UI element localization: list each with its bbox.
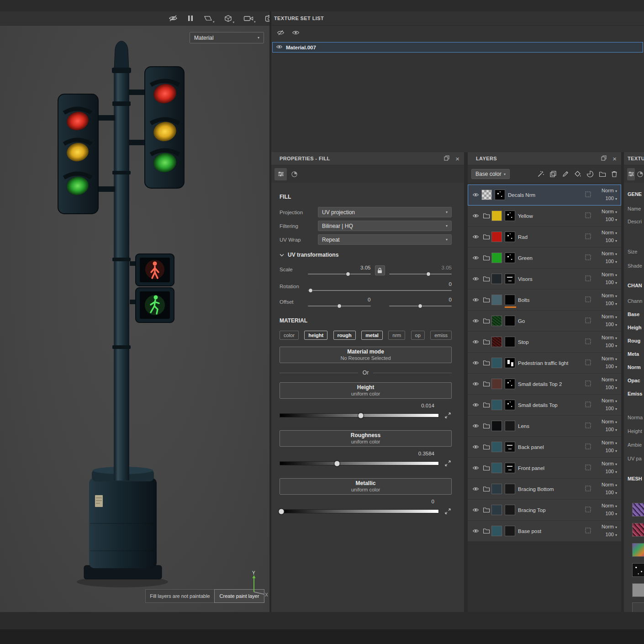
layer-blend-dropdown[interactable]: Norm ▾ [602, 335, 617, 340]
layer-content-thumbnail[interactable] [481, 190, 492, 200]
height-uniform-color-button[interactable]: Heightuniform color [280, 382, 452, 399]
layer-opacity-dropdown[interactable]: 100 ▾ [606, 195, 617, 201]
slider-handle[interactable] [334, 460, 340, 466]
layer-name[interactable]: Front panel [518, 465, 544, 471]
layer-name[interactable]: Bracing Top [518, 507, 546, 513]
layer-name[interactable]: Back panel [518, 444, 544, 450]
layer-row[interactable]: VisorsNorm ▾100 ▾ [468, 269, 621, 290]
layer-row[interactable]: RadNorm ▾100 ▾ [468, 227, 621, 248]
layer-row[interactable]: BoltsNorm ▾100 ▾ [468, 290, 621, 311]
layer-blend-dropdown[interactable]: Norm ▾ [602, 209, 617, 214]
layer-mask-thumbnail[interactable] [505, 358, 515, 368]
tab-channels[interactable] [636, 168, 644, 180]
layer-visibility-icon[interactable] [472, 255, 479, 260]
layer-mask-thumbnail[interactable] [505, 421, 515, 431]
mesh-map-thumbnail[interactable] [632, 602, 644, 612]
layer-blend-dropdown[interactable]: Norm ▾ [602, 293, 617, 298]
layer-content-thumbnail[interactable] [491, 505, 502, 515]
show-all-eye-icon[interactable] [292, 29, 300, 37]
add-group-icon[interactable] [599, 171, 606, 177]
layer-blend-dropdown[interactable]: Norm ▾ [602, 461, 617, 466]
layer-mask-thumbnail[interactable] [505, 211, 515, 221]
layer-blend-dropdown[interactable]: Norm ▾ [602, 398, 617, 403]
float-panel-icon[interactable] [444, 154, 449, 163]
layer-mask-thumbnail[interactable] [505, 505, 515, 515]
channel-height-button[interactable]: height [304, 331, 327, 340]
layer-row[interactable]: Small details Top 2Norm ▾100 ▾ [468, 374, 621, 395]
channel-color-button[interactable]: color [280, 331, 299, 340]
shader-dropdown[interactable]: Material ▾ [190, 32, 264, 43]
layer-opacity-dropdown[interactable]: 100 ▾ [606, 406, 617, 411]
layer-name[interactable]: Bracing Bottom [518, 486, 554, 492]
layer-blend-dropdown[interactable]: Norm ▾ [602, 314, 617, 319]
layer-content-thumbnail[interactable] [491, 484, 502, 494]
layer-content-thumbnail[interactable] [491, 253, 502, 263]
close-panel-icon[interactable]: × [455, 155, 459, 162]
metallic-range-expand-icon[interactable] [444, 507, 452, 515]
layer-row[interactable]: Back panelNorm ▾100 ▾ [468, 437, 621, 458]
offset-y-slider[interactable] [389, 306, 452, 306]
layer-content-thumbnail[interactable] [491, 295, 502, 305]
layer-name[interactable]: Yellow [518, 213, 533, 219]
layer-mask-thumbnail[interactable] [505, 463, 515, 473]
layer-name[interactable]: Pedestrian traffic light [518, 360, 568, 366]
layer-visibility-icon[interactable] [472, 192, 479, 197]
layer-name[interactable]: Lens [518, 423, 529, 429]
channel-nrm-button[interactable]: nrm [388, 331, 405, 340]
layer-mask-thumbnail[interactable] [505, 295, 515, 305]
layer-content-thumbnail[interactable] [491, 358, 502, 368]
viewport-3d[interactable]: Material ▾ Fill layers are not paintable… [0, 26, 269, 612]
layer-content-thumbnail[interactable] [491, 526, 502, 536]
layer-blend-dropdown[interactable]: Norm ▾ [602, 272, 617, 277]
scale-link-lock-button[interactable] [375, 265, 385, 275]
layer-opacity-dropdown[interactable]: 100 ▾ [606, 343, 617, 348]
channel-emiss-button[interactable]: emiss [430, 331, 452, 340]
layer-visibility-icon[interactable] [472, 318, 479, 323]
layer-visibility-icon[interactable] [472, 423, 479, 428]
scale-y-slider[interactable] [389, 274, 452, 274]
layer-visibility-icon[interactable] [472, 381, 479, 386]
layer-opacity-dropdown[interactable]: 100 ▾ [606, 216, 617, 222]
layer-blend-dropdown[interactable]: Norm ▾ [602, 503, 617, 508]
layer-opacity-dropdown[interactable]: 100 ▾ [606, 385, 617, 390]
traffic-light-model[interactable] [0, 26, 269, 612]
mesh-map-thumbnail[interactable] [632, 563, 644, 577]
smart-material-icon[interactable] [586, 170, 594, 178]
delete-layer-icon[interactable] [611, 170, 618, 178]
layer-content-thumbnail[interactable] [491, 211, 502, 221]
layer-visibility-icon[interactable] [472, 507, 479, 512]
float-panel-icon[interactable] [601, 154, 607, 163]
layer-visibility-icon[interactable] [472, 360, 479, 365]
layer-row[interactable]: Front panelNorm ▾100 ▾ [468, 458, 621, 479]
layer-mask-thumbnail[interactable] [505, 526, 515, 536]
layer-content-thumbnail[interactable] [491, 463, 502, 473]
tab-settings[interactable] [627, 168, 635, 180]
layer-row[interactable]: YellowNorm ▾100 ▾ [468, 206, 621, 227]
layer-row[interactable]: Decals NrmNorm ▾100 ▾ [468, 185, 621, 206]
channel-filter-dropdown[interactable]: Base color▾ [471, 169, 510, 179]
filtering-dropdown[interactable]: Bilinear | HQ▾ [318, 221, 452, 231]
layer-name[interactable]: Decals Nrm [508, 192, 535, 198]
layer-visibility-icon[interactable] [472, 402, 479, 407]
layer-visibility-icon[interactable] [472, 339, 479, 344]
layer-name[interactable]: Go [518, 318, 525, 324]
layer-blend-dropdown[interactable]: Norm ▾ [602, 188, 617, 193]
layer-visibility-icon[interactable] [472, 297, 479, 302]
roughness-uniform-color-button[interactable]: Roughnessuniform color [280, 430, 452, 447]
material-mode-button[interactable]: Material mode No Resource Selected [280, 347, 452, 363]
layer-visibility-icon[interactable] [472, 528, 479, 533]
layer-row[interactable]: Pedestrian traffic lightNorm ▾100 ▾ [468, 353, 621, 374]
layer-mask-thumbnail[interactable] [505, 400, 515, 410]
layer-row[interactable]: Small details TopNorm ▾100 ▾ [468, 395, 621, 416]
layer-visibility-icon[interactable] [472, 486, 479, 491]
pause-icon[interactable] [187, 15, 194, 22]
layer-content-thumbnail[interactable] [491, 232, 502, 242]
layer-blend-dropdown[interactable]: Norm ▾ [602, 440, 617, 445]
plane-icon[interactable]: ▾ [203, 15, 215, 22]
metallic-uniform-color-button[interactable]: Metallicuniform color [280, 478, 452, 495]
uv-transformations-toggle[interactable]: UV transformations [280, 252, 452, 258]
layer-opacity-dropdown[interactable]: 100 ▾ [606, 238, 617, 243]
layer-opacity-dropdown[interactable]: 100 ▾ [606, 301, 617, 306]
layer-content-thumbnail[interactable] [491, 379, 502, 389]
slider-handle[interactable] [308, 288, 313, 293]
